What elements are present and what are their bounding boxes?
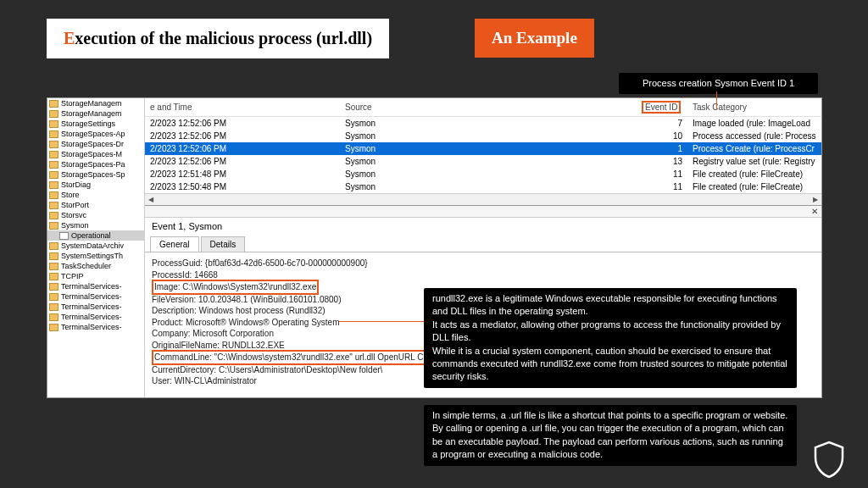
tree-item[interactable]: TerminalServices- [47, 312, 144, 322]
folder-icon [49, 181, 58, 189]
page-title: Execution of the malicious process (url.… [47, 19, 389, 58]
tree-item[interactable]: TerminalServices- [47, 281, 144, 291]
h-scrollbar[interactable]: ◀ ▶ [145, 193, 821, 205]
folder-icon [49, 161, 58, 169]
event-row[interactable]: 2/2023 12:52:06 PMSysmon13Registry value… [145, 155, 821, 168]
tree-item[interactable]: StorageSpaces-Sp [47, 169, 144, 180]
event-row[interactable]: 2/2023 12:51:48 PMSysmon11File created (… [145, 168, 821, 180]
tree-item-operational[interactable]: Operational [47, 230, 144, 241]
folder-icon [49, 273, 58, 280]
annotation-eventid: Process creation Sysmon Event ID 1 [619, 73, 818, 94]
connector-line [716, 92, 717, 110]
event-list: e and Time Source Event ID Task Category… [145, 98, 821, 206]
connector-line [339, 321, 424, 322]
folder-icon [49, 263, 58, 270]
folder-icon [49, 222, 58, 230]
folder-icon [49, 212, 58, 219]
tree-item[interactable]: StorageSpaces-M [47, 149, 144, 159]
tree-item[interactable]: StorPort [47, 200, 144, 210]
tree-item[interactable]: SystemSettingsTh [47, 251, 144, 261]
detail-close-bar: ✕ [145, 206, 821, 218]
detail-image-highlight: Image: C:\Windows\System32\rundll32.exe [152, 280, 319, 295]
folder-icon [49, 141, 58, 148]
log-icon [59, 232, 69, 240]
event-row-selected[interactable]: 2/2023 12:52:06 PMSysmon1Process Create … [145, 142, 821, 155]
example-badge: An Example [475, 19, 594, 58]
scroll-right-icon[interactable]: ▶ [810, 194, 821, 205]
folder-icon [49, 293, 58, 301]
tree-item[interactable]: TaskScheduler [47, 261, 144, 271]
tree-item[interactable]: StorageManagem [47, 98, 144, 108]
tree-item[interactable]: StorageSpaces-Ap [47, 129, 144, 139]
tree-item[interactable]: StorageSpaces-Dr [47, 139, 144, 149]
event-row[interactable]: 2/2023 12:50:48 PMSysmon11File created (… [145, 180, 821, 193]
folder-icon [49, 120, 58, 128]
tree-item[interactable]: TerminalServices- [47, 291, 144, 302]
folder-icon [49, 171, 58, 179]
tree-item[interactable]: Storsvc [47, 210, 144, 220]
title-accent: E [64, 29, 75, 47]
tree-item[interactable]: StorageSpaces-Pa [47, 159, 144, 169]
col-task-header[interactable]: Task Category [687, 98, 821, 117]
folder-icon [49, 242, 58, 250]
close-icon[interactable]: ✕ [811, 207, 818, 216]
folder-icon [49, 283, 58, 291]
tree-item[interactable]: StorDiag [47, 180, 144, 190]
folder-icon [49, 252, 58, 260]
tree-item[interactable]: Sysmon [47, 220, 144, 230]
folder-icon [49, 202, 58, 209]
eventid-highlight: Event ID [642, 101, 681, 114]
detail-processguid: ProcessGuid: {bf0af63d-42d6-6500-6c70-00… [152, 258, 815, 269]
folder-icon [49, 130, 58, 138]
detail-processid: ProcessId: 14668 [152, 269, 815, 281]
shield-logo-icon [812, 441, 846, 478]
col-date-header[interactable]: e and Time [145, 98, 340, 117]
detail-title: Event 1, Sysmon [145, 218, 821, 235]
scroll-left-icon[interactable]: ◀ [145, 194, 157, 205]
tree-item[interactable]: StorageManagem [47, 108, 144, 119]
tree-item[interactable]: TerminalServices- [47, 302, 144, 312]
title-rest: xecution of the malicious process (url.d… [75, 29, 372, 47]
folder-icon [49, 324, 58, 331]
event-row[interactable]: 2/2023 12:52:06 PMSysmon7Image loaded (r… [145, 117, 821, 130]
annotation-urlfile: In simple terms, a .url file is like a s… [424, 405, 797, 466]
folder-icon [49, 151, 58, 158]
tree-item[interactable]: StorageSettings [47, 119, 144, 129]
col-eventid-header[interactable]: Event ID [637, 98, 687, 117]
nav-tree[interactable]: StorageManagem StorageManagem StorageSet… [47, 98, 145, 397]
col-source-header[interactable]: Source [340, 98, 637, 117]
detail-tabs: General Details [145, 235, 821, 252]
tab-general[interactable]: General [150, 236, 199, 252]
annotation-rundll32: rundll32.exe is a legitimate Windows exe… [424, 288, 797, 388]
tree-item[interactable]: TerminalServices- [47, 322, 144, 332]
event-table: e and Time Source Event ID Task Category… [145, 98, 821, 193]
folder-icon [49, 110, 58, 118]
folder-icon [49, 100, 58, 108]
tree-item[interactable]: TCPIP [47, 271, 144, 281]
folder-icon [49, 303, 58, 311]
tab-details[interactable]: Details [201, 236, 246, 252]
tree-item[interactable]: SystemDataArchiv [47, 241, 144, 251]
event-row[interactable]: 2/2023 12:52:06 PMSysmon10Process access… [145, 130, 821, 142]
tree-item[interactable]: Store [47, 190, 144, 200]
folder-icon [49, 191, 58, 199]
folder-icon [49, 313, 58, 321]
